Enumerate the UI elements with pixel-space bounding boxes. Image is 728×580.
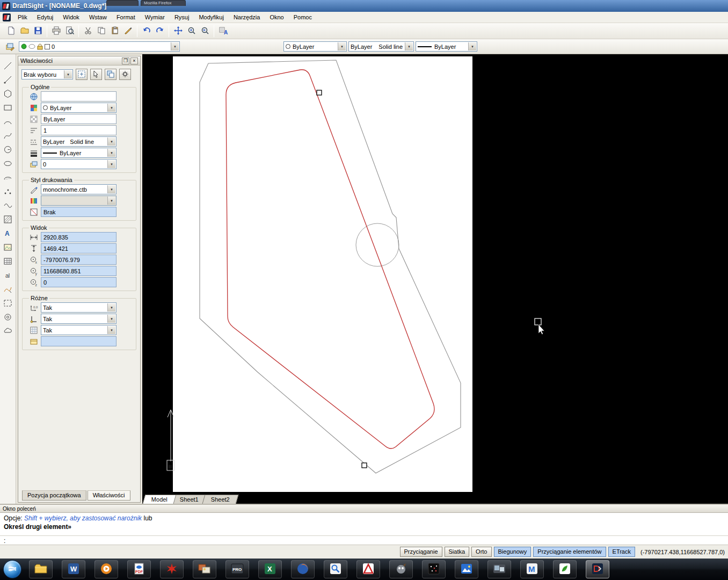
print-style-combo[interactable]: monochrome.ctb ▼ [41, 184, 117, 194]
tab-model[interactable]: Model [143, 495, 177, 504]
print-button[interactable] [49, 25, 63, 38]
taskbar-dark-app-button[interactable] [422, 560, 446, 578]
taskbar-maxthon-button[interactable]: M [520, 560, 544, 578]
taskbar-word-button[interactable]: W [62, 560, 85, 578]
annotation-style-button[interactable]: A [216, 25, 230, 38]
quick-select-button[interactable] [105, 69, 117, 80]
etrack-toggle-button[interactable]: ETrack [608, 547, 635, 557]
pan-button[interactable] [171, 25, 185, 38]
taskbar-photo-gallery-button[interactable] [193, 560, 216, 578]
view-width-field[interactable]: 2920.835 [41, 232, 117, 242]
property-layer-combo[interactable]: 0 ▼ [41, 159, 117, 169]
view-center-y-field[interactable]: 11668680.851 [41, 266, 117, 276]
print-style-table-combo[interactable]: ▼ [41, 195, 117, 206]
selection-filter-combo[interactable]: Brak wyboru ▼ [21, 69, 73, 79]
tool-ring-button[interactable] [2, 311, 14, 324]
taskbar-video-editor-button[interactable]: PRO [225, 560, 249, 578]
taskbar-browser-image-button[interactable] [455, 560, 478, 578]
zoom-previous-button[interactable] [198, 25, 212, 38]
line-weight-combo[interactable]: ByLayer ▼ [416, 41, 477, 52]
menu-item-rysuj[interactable]: Rysuj [170, 12, 194, 23]
select-elements-button[interactable] [90, 69, 102, 80]
view-height-field[interactable]: 1469.421 [41, 243, 117, 253]
menu-item-narzedzia[interactable]: Narzędzia [229, 12, 265, 23]
command-option-link[interactable]: Shift + wybierz, aby zastosować narożnik [24, 514, 142, 522]
print-preview-button[interactable] [63, 25, 76, 38]
open-file-button[interactable] [18, 25, 31, 38]
property-linestyle-combo[interactable]: ByLayer Solid line ▼ [41, 136, 117, 147]
taskbar-search-button[interactable] [324, 560, 347, 578]
tool-sketch-button[interactable] [2, 283, 14, 296]
menu-item-wstaw[interactable]: Wstaw [84, 12, 112, 23]
start-button[interactable] [3, 560, 21, 578]
tool-elliptical-arc-button[interactable] [2, 171, 14, 184]
esnap-toggle-button[interactable]: Przyciąganie elementów [533, 547, 606, 557]
line-style-combo[interactable]: ByLayer Solid line ▼ [348, 41, 414, 52]
menu-item-plik[interactable]: Plik [13, 12, 32, 23]
ortho-toggle-button[interactable]: Orto [471, 547, 491, 557]
float-palette-icon[interactable]: ❐ [122, 57, 129, 64]
property-lineweight-combo[interactable]: ByLayer ▼ [41, 148, 117, 158]
tool-ellipse-button[interactable] [2, 157, 14, 170]
undo-button[interactable] [140, 25, 153, 38]
tool-circle-button[interactable] [2, 143, 14, 156]
taskbar-pdf-viewer-button[interactable]: PDF [127, 560, 151, 578]
taskbar-screens-app-button[interactable] [487, 560, 511, 578]
palette-header[interactable]: Właściwości ❐ × [18, 56, 140, 66]
cut-button[interactable] [81, 25, 94, 38]
taskbar-gimp-button[interactable] [389, 560, 413, 578]
tool-boundary-button[interactable] [2, 297, 14, 310]
zoom-in-button[interactable] [185, 25, 198, 38]
menu-item-okno[interactable]: Okno [265, 12, 288, 23]
misc-row1-combo[interactable]: Tak ▼ [41, 302, 117, 313]
tool-point-button[interactable] [2, 185, 14, 198]
misc-row2-combo[interactable]: Tak ▼ [41, 314, 117, 324]
grip-handle-bottom[interactable] [362, 463, 367, 468]
taskbar-draftsight-button[interactable] [586, 560, 609, 578]
taskbar-firefox-button[interactable] [291, 560, 315, 578]
paste-button[interactable] [108, 25, 121, 38]
tool-spline-button[interactable] [2, 129, 14, 142]
menu-item-wymiar[interactable]: Wymiar [140, 12, 170, 23]
tool-wave-button[interactable] [2, 199, 14, 212]
tab-wlasciwosci[interactable]: Właściwości [88, 490, 130, 501]
command-window-header[interactable]: Okno poleceń [0, 505, 728, 513]
drawing-canvas[interactable]: Model Sheet1 Sheet2 [142, 54, 728, 504]
property-linescale-field[interactable]: 1 [41, 125, 117, 135]
close-palette-icon[interactable]: × [130, 57, 138, 64]
taskbar-adobe-reader-button[interactable] [160, 560, 184, 578]
tool-revision-cloud-button[interactable] [2, 325, 14, 338]
tab-pozycja-poczatkowa[interactable]: Pozycja początkowa [22, 490, 86, 501]
tool-arc-button[interactable] [2, 115, 14, 128]
menu-item-format[interactable]: Format [112, 12, 140, 23]
menu-item-pomoc[interactable]: Pomoc [289, 12, 317, 23]
menu-item-modyfikuj[interactable]: Modyfikuj [194, 12, 228, 23]
command-window[interactable]: Okno poleceń Opcje: Shift + wybierz, aby… [0, 504, 728, 545]
tool-polygon-button[interactable] [2, 88, 14, 100]
tool-table-button[interactable] [2, 255, 14, 268]
redo-button[interactable] [153, 25, 166, 38]
tool-line-button[interactable] [2, 60, 14, 73]
misc-row4-field[interactable] [41, 336, 117, 346]
view-center-x-field[interactable]: -7970076.979 [41, 255, 117, 265]
property-linestyle-field[interactable]: ByLayer [41, 114, 117, 124]
taskbar-green-app-button[interactable] [553, 560, 577, 578]
hyperlink-field[interactable] [41, 91, 117, 102]
save-button[interactable] [31, 25, 45, 38]
grid-toggle-button[interactable]: Siatka [445, 547, 470, 557]
tool-rectangle-button[interactable] [2, 102, 14, 114]
options-button[interactable] [119, 69, 131, 80]
command-input[interactable]: : [0, 535, 728, 545]
model-space[interactable] [142, 54, 728, 504]
misc-row3-combo[interactable]: Tak ▼ [41, 325, 117, 335]
snap-toggle-button[interactable]: Przyciąganie [400, 547, 442, 557]
grip-handle-top[interactable] [317, 90, 322, 95]
polar-toggle-button[interactable]: Biegunowy [494, 547, 532, 557]
format-painter-button[interactable] [121, 25, 135, 38]
print-style-none-field[interactable]: Brak [41, 207, 117, 217]
view-center-z-field[interactable]: 0 [41, 277, 117, 287]
tool-note-button[interactable]: a [2, 269, 14, 282]
line-color-combo[interactable]: ByLayer ▼ [283, 41, 347, 52]
taskbar-explorer-button[interactable] [29, 560, 53, 578]
new-file-button[interactable] [4, 25, 18, 38]
